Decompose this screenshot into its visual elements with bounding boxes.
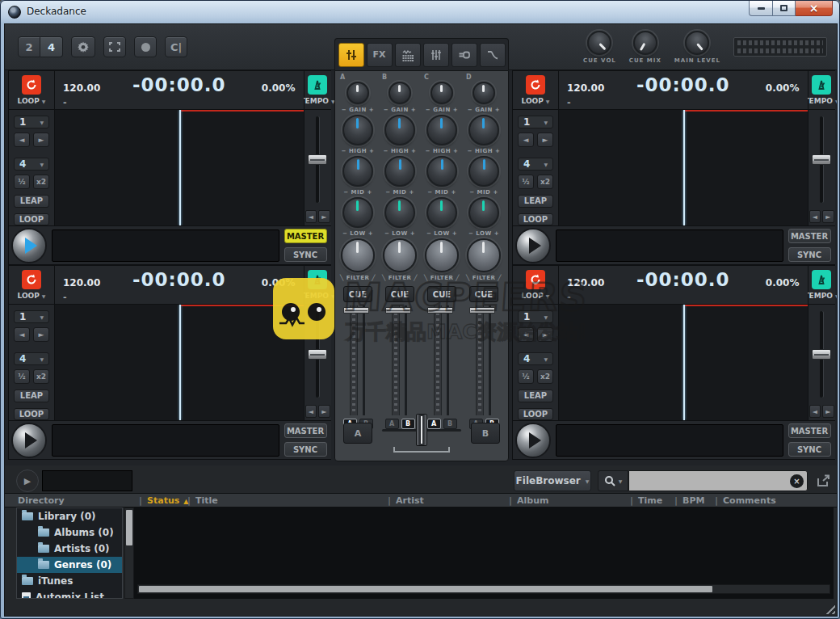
volume-fader-handle[interactable]	[385, 307, 411, 314]
loop-size-select[interactable]: 1▼	[14, 116, 49, 128]
seek-back-button[interactable]: ◄	[809, 210, 821, 223]
filter-knob[interactable]	[341, 238, 375, 272]
low-eq-knob[interactable]	[384, 197, 415, 228]
settings-gear-button[interactable]	[71, 36, 95, 57]
loop-mode-dropdown[interactable]: LOOP ▼	[18, 97, 46, 105]
seek-forward-button[interactable]: ►	[822, 405, 834, 418]
loop-double-button[interactable]: x2	[537, 175, 553, 189]
crossfader-a-button[interactable]: A	[343, 423, 372, 444]
beat-jump-select[interactable]: 4▼	[14, 158, 49, 171]
horizontal-scrollbar-thumb[interactable]	[139, 586, 712, 592]
tempo-metronome-icon[interactable]	[308, 75, 327, 95]
loop-double-button[interactable]: x2	[33, 175, 49, 189]
column-status[interactable]: |Status▲	[139, 495, 188, 506]
tempo-metronome-icon[interactable]	[812, 270, 831, 289]
reloop-panel-button[interactable]: C|	[165, 36, 187, 57]
close-button[interactable]: ×	[796, 1, 833, 16]
loop-half-button[interactable]: ½	[14, 369, 30, 384]
sync-button[interactable]: SYNC	[788, 247, 831, 262]
cue-button[interactable]: CUE	[469, 286, 498, 302]
loop-mode-dropdown[interactable]: LOOP ▼	[522, 292, 550, 300]
crossfader-handle[interactable]	[416, 414, 427, 446]
loop-size-select[interactable]: 1▼	[518, 310, 553, 323]
loop-size-select[interactable]: 1▼	[14, 310, 49, 323]
low-eq-knob[interactable]	[342, 197, 373, 228]
waveform-display[interactable]	[55, 110, 304, 225]
tempo-slider[interactable]	[304, 113, 331, 206]
track-overview-strip[interactable]	[556, 229, 783, 262]
loop-mode-dropdown[interactable]: LOOP ▼	[522, 97, 550, 105]
tempo-metronome-icon[interactable]	[812, 75, 831, 95]
external-browser-icon[interactable]	[814, 472, 834, 490]
column-comments[interactable]: |Comments	[715, 495, 776, 506]
mid-eq-knob[interactable]	[342, 156, 373, 187]
tempo-metronome-icon[interactable]	[308, 270, 327, 289]
gain-knob[interactable]	[430, 82, 453, 104]
leap-button[interactable]: LEAP	[518, 195, 553, 207]
filter-knob[interactable]	[383, 238, 417, 272]
loop-move-right-button[interactable]: ►	[537, 133, 553, 147]
tab-sampler[interactable]	[395, 43, 421, 67]
high-eq-knob[interactable]	[342, 115, 373, 145]
loop-double-button[interactable]: x2	[33, 369, 49, 384]
track-list[interactable]	[134, 507, 834, 599]
loop-icon[interactable]	[526, 75, 545, 95]
clear-search-icon[interactable]: ×	[790, 474, 804, 488]
loop-mode-dropdown[interactable]: LOOP ▼	[18, 292, 46, 300]
beat-jump-select[interactable]: 4▼	[518, 158, 553, 171]
tempo-slider[interactable]	[304, 308, 331, 401]
mid-eq-knob[interactable]	[426, 156, 457, 187]
master-button[interactable]: MASTER	[788, 229, 831, 243]
track-overview-strip[interactable]	[556, 424, 783, 457]
filter-knob[interactable]	[467, 238, 501, 272]
track-overview-strip[interactable]	[52, 424, 279, 457]
loop-half-button[interactable]: ½	[518, 175, 534, 189]
tempo-slider[interactable]	[808, 113, 835, 206]
mid-eq-knob[interactable]	[468, 156, 499, 187]
tree-item-library[interactable]: Library (0)	[17, 508, 122, 524]
loop-toggle-button[interactable]: LOOP	[518, 213, 553, 225]
play-button[interactable]	[11, 228, 47, 263]
tempo-slider[interactable]	[808, 308, 835, 401]
search-input[interactable]	[628, 470, 808, 491]
master-button[interactable]: MASTER	[788, 423, 831, 438]
loop-move-right-button[interactable]: ►	[33, 327, 49, 342]
seek-back-button[interactable]: ◄	[305, 210, 317, 223]
gain-knob[interactable]	[472, 82, 495, 104]
loop-half-button[interactable]: ½	[518, 369, 534, 384]
loop-size-select[interactable]: 1▼	[518, 116, 553, 128]
browser-source-dropdown[interactable]: FileBrowser ▼	[514, 470, 591, 491]
tree-scrollbar-thumb[interactable]	[126, 510, 132, 545]
tempo-mode-dropdown[interactable]: TEMPO ▼	[300, 292, 334, 300]
search-mode-button[interactable]: ▼	[598, 470, 628, 491]
waveform-display[interactable]	[559, 305, 808, 420]
play-button[interactable]	[515, 228, 551, 263]
sync-button[interactable]: SYNC	[284, 442, 327, 457]
column-title[interactable]: |Title	[187, 495, 218, 506]
loop-move-left-button[interactable]: ◄	[518, 133, 534, 147]
four-deck-mode-button[interactable]: 4	[40, 36, 63, 57]
loop-move-left-button[interactable]: ◄	[518, 327, 534, 342]
seek-forward-button[interactable]: ►	[318, 405, 330, 418]
high-eq-knob[interactable]	[384, 115, 415, 145]
tempo-mode-dropdown[interactable]: TEMPO ▼	[804, 97, 838, 105]
loop-double-button[interactable]: x2	[537, 369, 553, 384]
tab-mixer[interactable]	[338, 43, 364, 67]
tab-channel-faders[interactable]	[423, 43, 449, 67]
loop-icon[interactable]	[526, 270, 545, 289]
seek-back-button[interactable]: ◄	[809, 405, 821, 418]
loop-toggle-button[interactable]: LOOP	[14, 213, 49, 225]
leap-button[interactable]: LEAP	[14, 390, 49, 402]
tab-vst[interactable]	[452, 43, 477, 67]
cue-button[interactable]: CUE	[343, 286, 372, 302]
gain-knob[interactable]	[388, 82, 411, 104]
fullscreen-button[interactable]	[103, 36, 126, 57]
play-button[interactable]	[11, 423, 47, 458]
tree-scrollbar[interactable]	[124, 507, 134, 599]
column-artist[interactable]: |Artist	[388, 495, 424, 506]
loop-icon[interactable]	[22, 75, 41, 95]
leap-button[interactable]: LEAP	[14, 195, 49, 207]
loop-move-left-button[interactable]: ◄	[14, 327, 30, 342]
sync-button[interactable]: SYNC	[284, 247, 327, 262]
tempo-slider-handle[interactable]	[812, 154, 831, 165]
